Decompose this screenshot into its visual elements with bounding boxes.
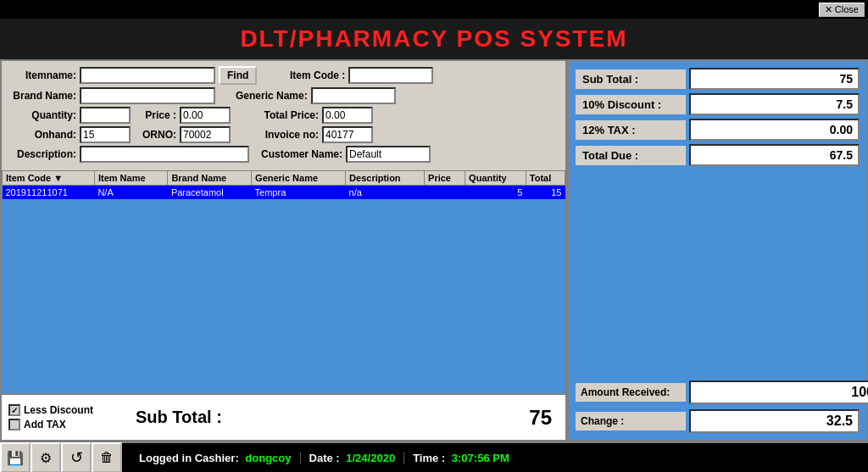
left-panel: Itemname: Find Item Code : Brand Name: G…	[0, 59, 567, 441]
col-description[interactable]: Description	[346, 171, 425, 186]
settings-icon: ⚙	[40, 450, 52, 466]
subtotal-label: Sub Total :	[136, 408, 222, 427]
change-label: Change :	[576, 412, 686, 430]
orno-label: ORNO:	[134, 129, 176, 141]
amount-received-input[interactable]	[689, 380, 868, 404]
cashier-segment: Logged in Cashier: dongcoy	[131, 452, 301, 464]
brandname-input[interactable]	[80, 87, 215, 104]
col-total[interactable]: Total	[526, 171, 565, 186]
bottom-section: Amount Received: Change : 32.5	[569, 374, 866, 440]
status-text: Logged in Cashier: dongcoy Date : 1/24/2…	[122, 452, 868, 464]
cell-item-name: N/A	[94, 186, 167, 200]
tax-value: 0.00	[689, 119, 860, 141]
add-tax-checkbox[interactable]	[8, 419, 20, 430]
price-label: Price :	[134, 109, 176, 121]
date-value: 1/24/2020	[346, 452, 395, 464]
invoiceno-label: Invoice no:	[251, 129, 319, 141]
refresh-icon: ↺	[70, 448, 83, 467]
itemname-label: Itemname:	[8, 69, 76, 81]
cell-quantity: 5	[465, 186, 526, 200]
table-row[interactable]: 201911211071 N/A Paracetamol Tempra n/a …	[3, 186, 565, 200]
checkboxes: ✓ Less Discount Add TAX	[8, 404, 119, 430]
subtotal-value-right: 75	[689, 68, 860, 90]
bottom-summary: ✓ Less Discount Add TAX Sub Total : 75	[2, 393, 565, 440]
totalprice-label: Total Price:	[251, 109, 319, 121]
time-value: 3:07:56 PM	[452, 452, 509, 464]
genericname-label: Generic Name:	[236, 90, 308, 102]
less-discount-label: Less Discount	[24, 404, 93, 416]
onhand-input[interactable]	[80, 126, 131, 143]
itemcode-input[interactable]	[348, 67, 433, 84]
itemname-input[interactable]	[80, 67, 215, 84]
time-segment: Time : 3:07:56 PM	[404, 452, 518, 464]
amount-received-row: Amount Received:	[576, 380, 860, 404]
item-table: Item Code ▼ Item Name Brand Name Generic…	[2, 170, 565, 199]
save-icon: 💾	[7, 450, 24, 466]
col-item-code[interactable]: Item Code ▼	[3, 171, 95, 186]
totaldue-row: Total Due : 67.5	[576, 144, 860, 166]
tax-row: 12% TAX : 0.00	[576, 119, 860, 141]
add-tax-label: Add TAX	[24, 419, 66, 430]
totalprice-input[interactable]	[322, 107, 373, 124]
discount-label: 10% Discount :	[576, 95, 686, 114]
invoiceno-input[interactable]	[322, 126, 373, 143]
brandname-label: Brand Name:	[8, 90, 76, 102]
date-label: Date :	[309, 452, 340, 464]
genericname-input[interactable]	[311, 87, 396, 104]
cashier-name: dongcoy	[245, 452, 291, 464]
table-area: Item Code ▼ Item Name Brand Name Generic…	[2, 170, 565, 393]
quantity-label: Quantity:	[8, 109, 76, 121]
form-area: Itemname: Find Item Code : Brand Name: G…	[2, 61, 565, 170]
customername-label: Customer Name:	[261, 148, 342, 160]
amount-received-label: Amount Received:	[576, 383, 686, 402]
subtotal-label-right: Sub Total :	[576, 69, 686, 89]
refresh-button[interactable]: ↺	[61, 442, 92, 472]
col-item-name[interactable]: Item Name	[94, 171, 167, 186]
col-price[interactable]: Price	[425, 171, 465, 186]
description-label: Description:	[8, 148, 76, 160]
app-title: DLT/PHARMACY POS SYSTEM	[0, 25, 868, 53]
discount-row: 10% Discount : 7.5	[576, 93, 860, 115]
totaldue-label: Total Due :	[576, 146, 686, 165]
customername-input[interactable]	[346, 146, 431, 163]
cell-price	[425, 186, 465, 200]
cell-total-qty: 15	[526, 186, 565, 200]
add-tax-row: Add TAX	[8, 419, 119, 430]
cell-generic-name: Tempra	[252, 186, 346, 200]
date-segment: Date : 1/24/2020	[301, 452, 405, 464]
totals-section: Sub Total : 75 10% Discount : 7.5 12% TA…	[569, 61, 866, 173]
close-button[interactable]: ✕ Close	[819, 3, 865, 17]
tax-label: 12% TAX :	[576, 120, 686, 140]
middle-section	[569, 173, 866, 374]
change-row: Change : 32.5	[576, 409, 860, 433]
delete-icon: 🗑	[100, 450, 114, 465]
less-discount-checkbox[interactable]: ✓	[8, 404, 20, 416]
delete-button[interactable]: 🗑	[92, 442, 122, 472]
titlebar: ✕ Close	[0, 0, 868, 19]
col-brand-name[interactable]: Brand Name	[168, 171, 252, 186]
change-value: 32.5	[689, 409, 860, 433]
time-label: Time :	[413, 452, 445, 464]
totaldue-value: 67.5	[689, 144, 860, 166]
price-input[interactable]	[180, 107, 231, 124]
subtotal-value: 75	[474, 403, 559, 433]
orno-input[interactable]	[180, 126, 231, 143]
subtotal-row: Sub Total : 75	[576, 68, 860, 90]
less-discount-row: ✓ Less Discount	[8, 404, 119, 416]
save-button[interactable]: 💾	[0, 442, 31, 472]
col-quantity[interactable]: Quantity	[465, 171, 526, 186]
onhand-label: Onhand:	[8, 129, 76, 141]
find-button[interactable]: Find	[219, 66, 257, 85]
logged-in-label: Logged in Cashier:	[139, 452, 239, 464]
col-generic-name[interactable]: Generic Name	[252, 171, 346, 186]
description-input[interactable]	[80, 146, 249, 163]
right-panel: Sub Total : 75 10% Discount : 7.5 12% TA…	[567, 59, 868, 441]
quantity-input[interactable]	[80, 107, 131, 124]
cell-description: n/a	[346, 186, 425, 200]
cell-item-code: 201911211071	[3, 186, 95, 200]
settings-button[interactable]: ⚙	[31, 442, 61, 472]
cell-brand-name: Paracetamol	[168, 186, 252, 200]
statusbar: 💾 ⚙ ↺ 🗑 Logged in Cashier: dongcoy Date …	[0, 441, 868, 472]
discount-value: 7.5	[689, 93, 860, 115]
main-header: DLT/PHARMACY POS SYSTEM	[0, 19, 868, 59]
